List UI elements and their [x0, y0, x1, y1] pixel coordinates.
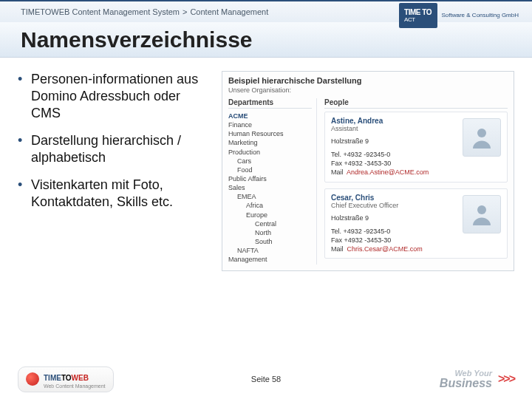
dept-item: Human Resources [228, 129, 312, 138]
avatar-placeholder-icon [463, 118, 501, 157]
footer: TIMETOWEB Web Content Management Seite 5… [0, 359, 532, 399]
dept-item: North [228, 228, 312, 237]
svg-point-0 [477, 129, 486, 137]
dept-item: Central [228, 219, 312, 228]
dept-item: South [228, 237, 312, 246]
chevrons-icon: >>> [498, 372, 514, 386]
breadcrumb-section: Content Management [190, 7, 268, 16]
person-mail-row: Mail Andrea.Astine@ACME.com [331, 168, 501, 177]
person-fax: Fax +4932 -3453-30 [331, 236, 501, 245]
person-card: Cesar, Chris Chief Executive Officer Hol… [324, 188, 508, 259]
footer-slogan: Web Your Business >>> [440, 369, 514, 389]
person-mail-row: Mail Chris.Cesar@ACME.com [331, 245, 501, 253]
svg-point-1 [477, 205, 486, 214]
bullet-item: Visitenkarten mit Foto, Kontaktdaten, Sk… [18, 177, 210, 211]
bullet-item: Personen-informationen aus Domino Adress… [18, 71, 210, 122]
avatar-placeholder-icon [463, 195, 501, 233]
departments-header: Departments [228, 98, 312, 109]
footer-logo-left: TIMETOWEB Web Content Management [18, 366, 114, 392]
vendor-logo-subtitle: Software & Consulting GmbH [442, 13, 519, 18]
dept-item: EMEA [228, 192, 312, 201]
person-mail: Andrea.Astine@ACME.com [347, 168, 429, 176]
page-title: Namensverzeichnisse [21, 27, 253, 52]
bullet-list: Personen-informationen aus Domino Adress… [18, 71, 210, 271]
dept-item: Food [228, 166, 312, 174]
footer-logo-sub: Web Content Management [44, 383, 106, 389]
dept-item: Finance [228, 120, 312, 129]
dept-item: Management [228, 255, 312, 264]
dept-item: Public Affairs [228, 174, 312, 183]
dept-item: NAFTA [228, 246, 312, 255]
dept-item: Sales [228, 183, 312, 192]
vendor-logo-mark: TIME TO ACT [399, 3, 437, 28]
breadcrumb-separator: > [183, 7, 187, 16]
example-panel: Beispiel hierarchische Darstellung Unser… [222, 71, 514, 271]
example-subtitle: Unsere Organisation: [228, 86, 508, 94]
person-fax: Fax +4932 -3453-30 [331, 159, 501, 168]
vendor-logo-top: TIME TO ACT Software & Consulting GmbH [399, 3, 519, 28]
bullet-item: Darstellung hierarchisch / alphabetisch [18, 132, 210, 166]
dept-root: ACME [228, 112, 312, 120]
logo-dot-icon [26, 372, 39, 386]
people-header: People [324, 98, 508, 109]
breadcrumb-product: TIMETOWEB Content Management System [21, 7, 180, 16]
page-number: Seite 58 [251, 375, 281, 383]
dept-item: Africa [228, 201, 312, 210]
dept-item: Cars [228, 157, 312, 166]
people-column: People Astine, Andrea Assistant Holzstra… [324, 98, 508, 265]
dept-item: Marketing [228, 138, 312, 147]
dept-item: Production [228, 148, 312, 157]
person-mail: Chris.Cesar@ACME.com [347, 245, 423, 253]
dept-item: Europe [228, 211, 312, 219]
example-title: Beispiel hierarchische Darstellung [228, 76, 508, 85]
departments-column: Departments ACME Finance Human Resources… [228, 98, 317, 265]
person-card: Astine, Andrea Assistant Holzstraße 9 Te… [324, 112, 508, 183]
